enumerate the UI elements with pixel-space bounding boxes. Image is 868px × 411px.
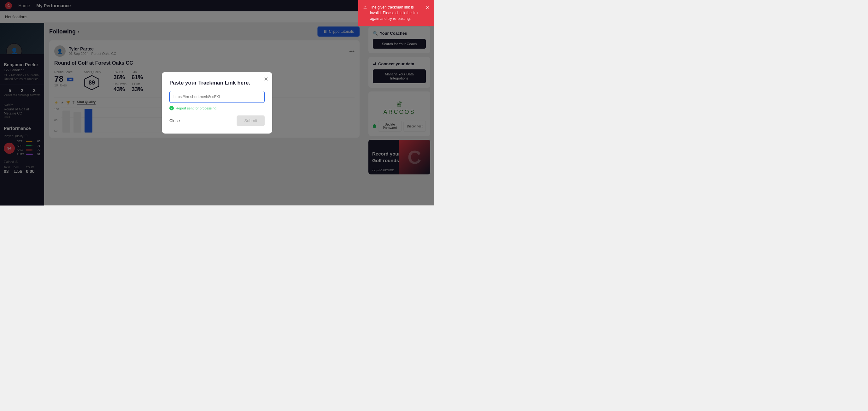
- error-toast: ⚠ The given trackman link is invalid. Pl…: [358, 0, 434, 26]
- toast-close-button[interactable]: ✕: [426, 4, 429, 11]
- trackman-modal: ✕ Paste your Trackman Link here. ✓ Repor…: [162, 72, 272, 133]
- modal-footer: Close Submit: [169, 116, 265, 126]
- error-icon: ⚠: [363, 4, 367, 10]
- modal-success-message: ✓ Report sent for processing: [169, 106, 265, 110]
- success-check-icon: ✓: [169, 106, 174, 110]
- modal-overlay: ✕ Paste your Trackman Link here. ✓ Repor…: [0, 0, 434, 205]
- modal-close-x-button[interactable]: ✕: [264, 76, 269, 82]
- trackman-link-input[interactable]: [169, 91, 265, 103]
- modal-submit-button[interactable]: Submit: [237, 116, 265, 126]
- modal-title: Paste your Trackman Link here.: [169, 80, 265, 86]
- modal-close-button[interactable]: Close: [169, 118, 180, 123]
- error-message: The given trackman link is invalid. Plea…: [370, 4, 422, 22]
